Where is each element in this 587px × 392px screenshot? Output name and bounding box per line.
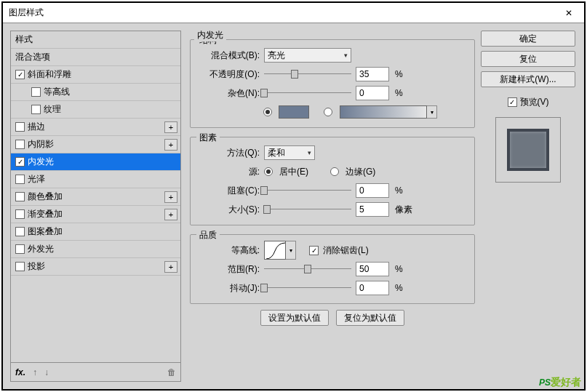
move-up-icon[interactable]: ↑ <box>33 367 37 377</box>
opacity-input[interactable]: 35 <box>356 67 389 81</box>
move-down-icon[interactable]: ↓ <box>44 367 49 377</box>
choke-slider[interactable] <box>264 183 351 198</box>
add-effect-button[interactable]: + <box>164 121 177 133</box>
sidebar-item-10[interactable]: 渐变叠加+ <box>11 206 180 223</box>
sidebar-checkbox[interactable] <box>15 175 25 184</box>
sidebar-checkbox[interactable] <box>15 192 25 201</box>
noise-label: 杂色(N): <box>198 87 260 100</box>
quality-group: 品质 等高线: ▾ 消除锯齿(L) <box>190 234 475 304</box>
sidebar-item-label: 斜面和浮雕 <box>28 68 71 81</box>
range-label: 范围(R): <box>198 263 260 276</box>
sidebar-checkbox[interactable] <box>15 140 25 149</box>
chevron-down-icon: ▾ <box>344 52 348 59</box>
add-effect-button[interactable]: + <box>164 209 177 220</box>
sidebar-item-12[interactable]: 外发光 <box>11 241 180 258</box>
sidebar-checkbox[interactable] <box>31 105 41 114</box>
sidebar-footer: fx.↑↓🗑 <box>11 362 180 381</box>
trash-icon[interactable]: 🗑 <box>167 367 176 377</box>
sidebar-checkbox[interactable] <box>31 87 41 97</box>
blend-mode-select[interactable]: 亮光▾ <box>264 48 351 63</box>
sidebar-item-label: 样式 <box>15 33 33 46</box>
color-swatch[interactable] <box>279 105 309 119</box>
ok-button[interactable]: 确定 <box>481 31 575 47</box>
size-unit: 像素 <box>395 204 412 216</box>
sidebar-item-label: 混合选项 <box>15 51 50 63</box>
preview-box <box>495 117 561 183</box>
noise-slider[interactable] <box>264 86 351 100</box>
sidebar-item-13[interactable]: 投影+ <box>11 258 180 276</box>
noise-input[interactable]: 0 <box>356 86 389 100</box>
antialias-checkbox[interactable] <box>309 246 319 255</box>
reset-default-button[interactable]: 复位为默认值 <box>336 310 404 326</box>
window-title: 图层样式 <box>9 7 44 19</box>
sidebar-checkbox[interactable] <box>15 262 25 271</box>
technique-select[interactable]: 柔和▾ <box>264 145 315 160</box>
close-button[interactable]: ✕ <box>554 3 584 23</box>
chevron-down-icon: ▾ <box>308 149 311 156</box>
new-style-button[interactable]: 新建样式(W)... <box>481 71 575 87</box>
technique-value: 柔和 <box>268 147 285 159</box>
sidebar-item-label: 等高线 <box>44 86 70 98</box>
make-default-button[interactable]: 设置为默认值 <box>260 310 329 326</box>
add-effect-button[interactable]: + <box>164 261 177 273</box>
preview-label: 预览(V) <box>520 96 549 108</box>
sidebar-item-11[interactable]: 图案叠加 <box>11 223 180 241</box>
sidebar-item-6[interactable]: 内阴影+ <box>11 136 180 153</box>
fx-menu-icon[interactable]: fx. <box>15 367 25 377</box>
preview-checkbox[interactable] <box>508 97 517 107</box>
jitter-slider[interactable] <box>264 281 351 295</box>
sidebar-item-1[interactable]: 混合选项 <box>11 49 180 66</box>
sidebar-checkbox[interactable] <box>15 122 25 132</box>
size-slider[interactable] <box>264 202 351 217</box>
opacity-slider[interactable] <box>264 67 351 81</box>
add-effect-button[interactable]: + <box>164 191 177 203</box>
structure-group: 结构 混合模式(B): 亮光▾ 不透明度(O): 35 % 杂色 <box>190 39 475 128</box>
jitter-input[interactable]: 0 <box>356 281 389 295</box>
styles-sidebar: 样式混合选项斜面和浮雕等高线纹理描边+内阴影+内发光光泽颜色叠加+渐变叠加+图案… <box>10 31 181 382</box>
sidebar-item-5[interactable]: 描边+ <box>11 119 180 136</box>
sidebar-item-9[interactable]: 颜色叠加+ <box>11 188 180 206</box>
source-label: 源: <box>198 166 260 178</box>
sidebar-item-0[interactable]: 样式 <box>11 31 180 49</box>
chevron-down-icon: ▾ <box>427 105 437 119</box>
sidebar-item-2[interactable]: 斜面和浮雕 <box>11 66 180 84</box>
blend-mode-value: 亮光 <box>268 49 285 62</box>
add-effect-button[interactable]: + <box>164 139 177 151</box>
opacity-label: 不透明度(O): <box>198 68 260 81</box>
gradient-radio[interactable] <box>324 108 332 116</box>
technique-label: 方法(Q): <box>198 147 260 159</box>
titlebar: 图层样式 ✕ <box>3 3 584 23</box>
sidebar-checkbox[interactable] <box>15 244 25 254</box>
jitter-unit: % <box>395 283 403 293</box>
range-unit: % <box>395 264 403 274</box>
preview-thumbnail <box>507 129 549 171</box>
contour-picker[interactable]: ▾ <box>264 241 296 260</box>
sidebar-item-3[interactable]: 等高线 <box>11 84 180 101</box>
choke-input[interactable]: 0 <box>356 183 389 198</box>
sidebar-item-label: 纹理 <box>44 103 61 116</box>
contour-label: 等高线: <box>198 244 260 257</box>
sidebar-item-label: 投影 <box>28 260 45 273</box>
jitter-label: 抖动(J): <box>198 282 260 295</box>
sidebar-item-label: 内阴影 <box>28 138 54 151</box>
sidebar-item-7[interactable]: 内发光 <box>11 153 180 171</box>
sidebar-item-4[interactable]: 纹理 <box>11 101 180 119</box>
size-input[interactable]: 5 <box>356 202 389 217</box>
contour-swatch <box>264 241 286 260</box>
range-input[interactable]: 50 <box>356 262 389 276</box>
sidebar-item-8[interactable]: 光泽 <box>11 171 180 188</box>
range-slider[interactable] <box>264 262 351 276</box>
source-edge-radio[interactable] <box>330 167 339 176</box>
color-radio[interactable] <box>263 108 272 116</box>
cancel-button[interactable]: 复位 <box>481 51 575 67</box>
gradient-picker[interactable]: ▾ <box>339 105 438 119</box>
sidebar-checkbox[interactable] <box>15 227 25 236</box>
source-center-radio[interactable] <box>264 167 273 176</box>
sidebar-checkbox[interactable] <box>15 209 25 219</box>
sidebar-item-label: 内发光 <box>28 156 54 168</box>
sidebar-checkbox[interactable] <box>15 157 25 167</box>
close-icon: ✕ <box>565 8 572 18</box>
panel-title: 内发光 <box>194 29 226 41</box>
quality-title: 品质 <box>196 229 220 241</box>
sidebar-checkbox[interactable] <box>15 70 25 79</box>
